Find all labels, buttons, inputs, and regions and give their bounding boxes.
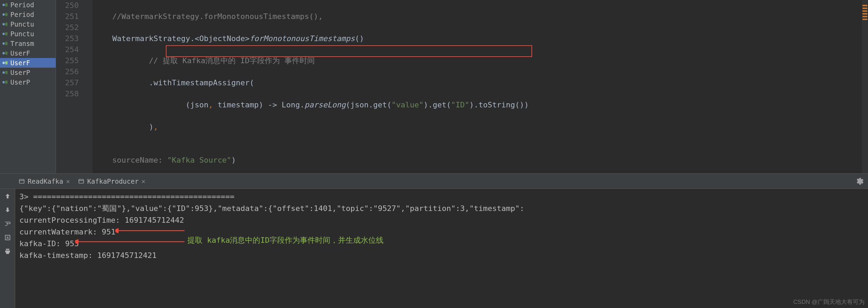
java-file-icon: [2, 21, 8, 27]
java-file-icon: [2, 79, 8, 85]
code-string: "value": [391, 100, 424, 109]
code-text: .withTimestampAssigner(: [149, 78, 254, 87]
line-number: 258: [56, 88, 79, 99]
svg-point-1: [2, 13, 5, 16]
sidebar-item-label: Period: [10, 11, 34, 18]
line-number: 255: [56, 55, 79, 66]
scroll-end-button[interactable]: [3, 233, 12, 242]
wrap-icon: [4, 220, 11, 227]
console-line: kafka-ID: 953: [19, 238, 864, 250]
annotation-text: 提取 kafka消息中的ID字段作为事件时间，并生成水位线: [187, 234, 384, 246]
line-number: 253: [56, 33, 79, 44]
tab-kafkaproducer[interactable]: KafkaProducer ×: [75, 176, 149, 186]
sidebar-item-label: UserF: [10, 59, 30, 67]
console-line: 3> =====================================…: [19, 191, 864, 203]
svg-rect-9: [19, 179, 24, 183]
code-string: "ID": [451, 100, 469, 109]
line-number: 254: [56, 44, 79, 55]
svg-point-4: [2, 42, 5, 45]
csdn-watermark: CSDN @广阔天地大有可为: [793, 298, 865, 306]
sidebar-item-userp1[interactable]: UserP: [0, 68, 56, 77]
code-text: (): [355, 34, 364, 43]
console-line: kafka-timestamp: 1691745712421: [19, 250, 864, 261]
sidebar-item-userf2[interactable]: UserF: [0, 58, 56, 68]
code-method: forMonotonousTimestamps: [249, 34, 355, 43]
svg-point-6: [2, 62, 5, 64]
application-icon: [19, 178, 25, 184]
code-string: "Kafka Source": [163, 156, 232, 164]
java-file-icon: [2, 2, 8, 8]
sidebar-item-label: Transm: [10, 40, 34, 47]
java-file-icon: [2, 69, 8, 76]
arrow-up-icon: [4, 193, 11, 200]
param-hint: sourceName:: [112, 156, 163, 164]
line-number: 251: [56, 11, 79, 22]
line-number: 252: [56, 22, 79, 33]
print-button[interactable]: [3, 247, 12, 256]
code-text: (json: [186, 100, 208, 109]
run-tabs: ReadKafka × KafkaProducer ×: [0, 174, 868, 189]
code-text: ).toString()): [469, 100, 529, 109]
up-button[interactable]: [3, 192, 12, 201]
gear-icon: [855, 177, 864, 186]
java-file-icon: [2, 40, 8, 47]
code-text: ): [231, 156, 236, 164]
console-output[interactable]: 3> =====================================…: [15, 189, 868, 308]
console-line: currentWatermark: 951: [19, 226, 864, 238]
code-punct: ,: [153, 123, 158, 131]
svg-point-7: [2, 71, 5, 74]
sidebar-item-punctu2[interactable]: Punctu: [0, 29, 56, 39]
java-file-icon: [2, 31, 8, 37]
sidebar-item-label: UserP: [10, 69, 30, 76]
tab-readkafka[interactable]: ReadKafka ×: [15, 176, 73, 186]
arrow-down-icon: [4, 206, 11, 213]
code-comment: // 提取 Kafka消息中的 ID字段作为 事件时间: [149, 56, 315, 65]
console-line: currentProcessingTime: 1691745712442: [19, 214, 864, 226]
sidebar-item-label: UserF: [10, 49, 30, 57]
line-number: 250: [56, 0, 79, 11]
application-icon: [78, 178, 84, 184]
sidebar-item-label: Period: [10, 1, 34, 9]
tab-label: ReadKafka: [28, 177, 63, 185]
java-file-icon: [2, 50, 8, 56]
sidebar-item-label: UserP: [10, 78, 30, 86]
console-toolbar: [0, 189, 15, 308]
line-number: 257: [56, 77, 79, 88]
console-line: {"key":{"nation":"蜀国"},"value":{"ID":953…: [19, 203, 864, 214]
line-number: 256: [56, 66, 79, 77]
java-file-icon: [2, 60, 8, 66]
sidebar-item-userp2[interactable]: UserP: [0, 77, 56, 87]
sidebar-item-periodic1[interactable]: Period: [0, 0, 56, 10]
code-comment: //WatermarkStrategy.forMonotonousTimesta…: [112, 12, 323, 21]
run-panel: ReadKafka × KafkaProducer × 3> =========…: [0, 173, 868, 308]
sidebar-item-userf1[interactable]: UserF: [0, 48, 56, 58]
tab-label: KafkaProducer: [87, 177, 139, 185]
code-method: parseLong: [304, 100, 346, 109]
svg-point-2: [2, 23, 5, 26]
settings-button[interactable]: [855, 177, 864, 186]
sidebar-item-label: Punctu: [10, 20, 34, 28]
sidebar-item-transm[interactable]: Transm: [0, 39, 56, 48]
code-text: timestamp) -> Long.: [213, 100, 304, 109]
svg-point-5: [2, 52, 5, 55]
svg-point-3: [2, 33, 5, 35]
code-text: ).get(: [424, 100, 451, 109]
code-text: ): [149, 123, 153, 131]
sidebar-item-periodic2[interactable]: Period: [0, 10, 56, 19]
svg-point-8: [2, 81, 5, 84]
sidebar-item-label: Punctu: [10, 30, 34, 38]
softwrap-button[interactable]: [3, 219, 12, 228]
svg-point-0: [2, 4, 5, 6]
java-file-icon: [2, 11, 8, 18]
code-text: (json.get(: [346, 100, 391, 109]
code-text: WatermarkStrategy.<ObjectNode>: [112, 34, 249, 43]
close-icon[interactable]: ×: [66, 177, 70, 185]
printer-icon: [4, 248, 11, 255]
sidebar-item-punctu1[interactable]: Punctu: [0, 19, 56, 29]
close-icon[interactable]: ×: [141, 177, 145, 185]
down-button[interactable]: [3, 205, 12, 214]
scroll-end-icon: [4, 234, 11, 241]
svg-rect-11: [79, 179, 84, 183]
